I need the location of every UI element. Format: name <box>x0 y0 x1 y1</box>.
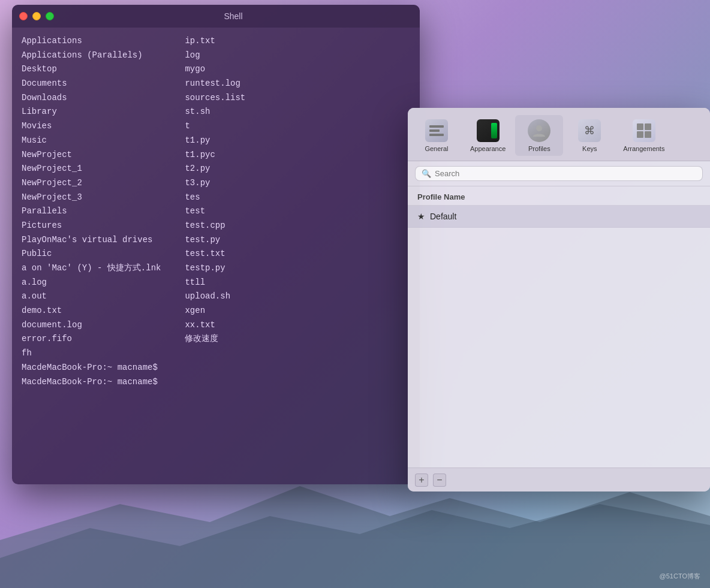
terminal-window[interactable]: Shell Applications Applications (Paralle… <box>12 5 420 484</box>
list-item: NewProject_3 <box>22 191 161 204</box>
list-item: t1.py <box>185 134 245 147</box>
list-item: Library <box>22 105 161 119</box>
tab-profiles[interactable]: Profiles <box>515 115 563 156</box>
remove-profile-button[interactable]: − <box>433 474 446 487</box>
list-item: NewProject_2 <box>22 177 161 190</box>
list-item: Downloads <box>22 92 161 105</box>
list-item: mygo <box>185 63 245 76</box>
list-item: a.log <box>22 276 161 290</box>
list-item: Movies <box>22 120 161 133</box>
tab-appearance-label: Appearance <box>470 145 506 152</box>
list-item: runtest.log <box>185 77 245 91</box>
prompt-1: MacdeMacBook-Pro:~ macname$ <box>22 361 161 375</box>
arrangements-icon <box>632 119 656 143</box>
list-item: fh <box>22 347 161 360</box>
list-item: t1.pyc <box>185 149 245 162</box>
search-icon: 🔍 <box>422 169 431 178</box>
list-item: Desktop <box>22 63 161 76</box>
prefs-toolbar: General Appearance Profiles <box>408 108 710 161</box>
profiles-icon <box>527 119 551 143</box>
list-item: NewProject <box>22 149 161 162</box>
tab-arrangements[interactable]: Arrangements <box>616 115 672 156</box>
list-item: a.out <box>22 290 161 303</box>
terminal-title: Shell <box>54 11 413 21</box>
watermark: @51CTO博客 <box>660 572 700 581</box>
keys-icon-shape: ⌘ <box>578 119 601 142</box>
list-item: ip.txt <box>185 35 245 48</box>
list-item: test <box>185 205 245 218</box>
traffic-lights <box>19 12 54 20</box>
appearance-icon <box>476 119 500 143</box>
default-star-icon: ★ <box>417 212 425 221</box>
list-item: error.fifo <box>22 333 161 346</box>
list-item: test.cpp <box>185 219 245 233</box>
profile-list-header: Profile Name <box>408 186 710 206</box>
list-item: PlayOnMac's virtual drives <box>22 234 161 247</box>
close-button[interactable] <box>19 12 28 20</box>
tab-keys-label: Keys <box>582 145 597 152</box>
list-item: Music <box>22 134 161 147</box>
list-item: test.py <box>185 234 245 247</box>
list-item: demo.txt <box>22 304 161 318</box>
list-item: a on 'Mac' (Y) - 快捷方式.lnk <box>22 262 161 275</box>
list-item: tes <box>185 191 245 204</box>
tab-appearance[interactable]: Appearance <box>463 115 513 156</box>
prefs-bottom-bar: + − <box>408 468 710 491</box>
list-item: 修改速度 <box>185 333 245 346</box>
list-item: t3.py <box>185 177 245 190</box>
general-icon <box>425 119 449 143</box>
list-item: t <box>185 120 245 133</box>
general-icon-shape <box>425 119 448 142</box>
list-item: test.txt <box>185 248 245 261</box>
list-item: sources.list <box>185 92 245 105</box>
keys-icon: ⌘ <box>577 119 601 143</box>
list-item: document.log <box>22 319 161 332</box>
terminal-content[interactable]: Applications Applications (Parallels) De… <box>12 28 420 484</box>
tab-arrangements-label: Arrangements <box>623 145 664 152</box>
arrangements-icon-shape <box>633 119 655 142</box>
right-column: ip.txt log mygo runtest.log sources.list… <box>185 35 245 477</box>
list-item: upload.sh <box>185 290 245 303</box>
list-item: testp.py <box>185 262 245 275</box>
tab-keys[interactable]: ⌘ Keys <box>565 115 613 156</box>
list-item: xgen <box>185 304 245 318</box>
profiles-icon-shape <box>528 119 550 142</box>
list-item: Documents <box>22 77 161 91</box>
tab-general[interactable]: General <box>413 115 461 156</box>
list-item: ttll <box>185 276 245 290</box>
list-item: log <box>185 49 245 62</box>
list-item: Parallels <box>22 205 161 218</box>
prefs-body: Profile Name ★ Default <box>408 186 710 468</box>
list-item: Applications (Parallels) <box>22 49 161 62</box>
list-item: st.sh <box>185 105 245 119</box>
terminal-columns: Applications Applications (Parallels) De… <box>22 35 410 477</box>
list-item: Public <box>22 248 161 261</box>
list-item: t2.py <box>185 162 245 176</box>
svg-point-0 <box>536 125 542 131</box>
minimize-button[interactable] <box>32 12 41 20</box>
left-column: Applications Applications (Parallels) De… <box>22 35 161 477</box>
appearance-icon-shape <box>477 119 500 142</box>
tab-general-label: General <box>425 145 448 152</box>
profile-list[interactable]: ★ Default <box>408 206 710 468</box>
list-item: Applications <box>22 35 161 48</box>
maximize-button[interactable] <box>46 12 54 20</box>
prompt-2: MacdeMacBook-Pro:~ macname$ <box>22 376 161 389</box>
list-item: xx.txt <box>185 319 245 332</box>
terminal-titlebar: Shell <box>12 5 420 28</box>
profile-item-default[interactable]: ★ Default <box>408 206 710 228</box>
search-wrapper[interactable]: 🔍 <box>415 166 703 181</box>
list-item: Pictures <box>22 219 161 233</box>
tab-profiles-label: Profiles <box>528 145 550 152</box>
search-input[interactable] <box>435 169 696 178</box>
add-profile-button[interactable]: + <box>415 474 428 487</box>
list-item: NewProject_1 <box>22 162 161 176</box>
search-bar[interactable]: 🔍 <box>408 161 710 186</box>
preferences-panel[interactable]: General Appearance Profiles <box>408 108 710 491</box>
profile-name: Default <box>430 212 456 221</box>
